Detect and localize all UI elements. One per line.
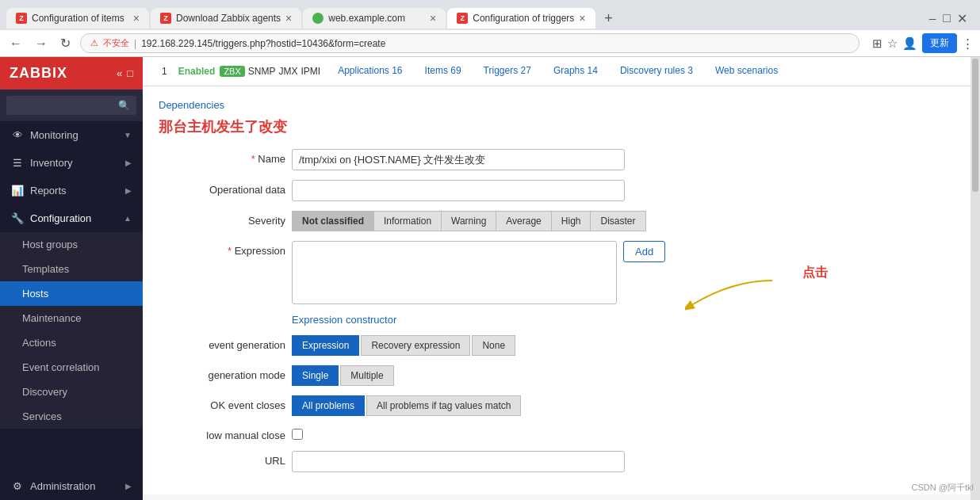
tab-triggers[interactable]: Triggers 27 (473, 57, 542, 86)
event-correlation-label: Event correlation (22, 361, 100, 373)
gen-mode-multiple[interactable]: Multiple (340, 365, 393, 386)
expression-constructor-row: Expression constructor (159, 314, 955, 326)
tab-web-scenarios[interactable]: Web scenarios (704, 57, 789, 86)
sidebar-item-inventory[interactable]: ☰ Inventory ▶ (0, 149, 143, 177)
tab-items[interactable]: Items 69 (414, 57, 473, 86)
maximize-icon[interactable]: □ (943, 11, 951, 25)
tab-graphs[interactable]: Graphs 14 (542, 57, 609, 86)
sidebar-item-hosts[interactable]: Hosts (0, 281, 143, 306)
allow-manual-close-row: low manual close (159, 426, 955, 441)
event-gen-expression[interactable]: Expression (292, 335, 359, 356)
monitoring-icon: 👁 (11, 129, 24, 141)
administration-label: Administration (30, 480, 119, 492)
operational-data-input[interactable] (292, 180, 625, 201)
back-button[interactable]: ← (6, 35, 25, 52)
allow-manual-close-checkbox[interactable] (292, 429, 303, 440)
vertical-scrollbar[interactable] (970, 57, 980, 500)
browser-tab-2[interactable]: Z Download Zabbix agents × (151, 8, 301, 29)
browser-tab-3[interactable]: web.example.com × (303, 8, 446, 29)
sidebar-item-monitoring[interactable]: 👁 Monitoring ▼ (0, 121, 143, 149)
url-input[interactable] (292, 451, 625, 472)
sidebar-item-reports[interactable]: 📊 Reports ▶ (0, 177, 143, 204)
sidebar-item-host-groups[interactable]: Host groups (0, 232, 143, 257)
sidebar-item-maintenance[interactable]: Maintenance (0, 306, 143, 330)
dependencies-link[interactable]: Dependencies (159, 99, 955, 117)
severity-not-classified[interactable]: Not classified (292, 211, 373, 231)
browser-tab-1[interactable]: Z Configuration of items × (6, 8, 149, 29)
sidebar-item-templates[interactable]: Templates (0, 257, 143, 281)
jmx-label: JMX (278, 66, 297, 77)
tab-close-4[interactable]: × (579, 13, 585, 24)
ipmi-label: IPMI (301, 66, 320, 77)
sidebar-item-event-correlation[interactable]: Event correlation (0, 355, 143, 380)
event-gen-none[interactable]: None (472, 335, 515, 356)
refresh-button[interactable]: ↻ (57, 34, 74, 52)
minimize-icon[interactable]: ‒ (928, 11, 936, 26)
event-gen-recovery[interactable]: Recovery expression (361, 335, 470, 356)
items-count: 69 (450, 65, 461, 76)
sidebar-item-actions[interactable]: Actions (0, 330, 143, 355)
event-generation-label: event generation (159, 335, 285, 351)
severity-average[interactable]: Average (496, 211, 550, 231)
menu-icon[interactable]: ⋮ (962, 36, 974, 51)
tab-close-1[interactable]: × (133, 13, 140, 24)
zbx-badge: ZBX (220, 66, 244, 77)
severity-warning[interactable]: Warning (441, 211, 496, 231)
severity-buttons: Not classified Information Warning Avera… (292, 211, 646, 231)
form-header: 那台主机发生了改变 (159, 117, 955, 136)
search-box[interactable]: 🔍 (6, 96, 136, 115)
address-input[interactable]: ⚠ 不安全 | 192.168.229.145/triggers.php?hos… (80, 33, 859, 53)
inventory-label: Inventory (30, 157, 119, 169)
sidebar-item-administration[interactable]: ⚙ Administration ▶ (0, 472, 143, 500)
expression-textarea[interactable] (292, 241, 617, 304)
sidebar-search: 🔍 (0, 90, 143, 121)
sidebar-item-discovery[interactable]: Discovery (0, 380, 143, 404)
tab-label-2: Download Zabbix agents (176, 13, 281, 24)
inventory-icon: ☰ (11, 157, 24, 169)
gen-mode-single[interactable]: Single (292, 365, 339, 386)
ok-event-tag-match[interactable]: All problems if tag values match (366, 395, 521, 416)
tab-close-2[interactable]: × (285, 13, 292, 24)
zabbix-tab-icon-2: Z (160, 13, 171, 24)
ok-event-row: OK event closes All problems All problem… (159, 395, 955, 416)
browser-tab-4[interactable]: Z Configuration of triggers × (447, 8, 595, 29)
bookmark-icon[interactable]: ☆ (887, 36, 898, 51)
new-tab-button[interactable]: + (597, 6, 621, 30)
reports-arrow-icon: ▶ (125, 186, 132, 195)
expand-icon[interactable]: □ (127, 67, 133, 79)
address-bar: ← → ↻ ⚠ 不安全 | 192.168.229.145/triggers.p… (0, 30, 980, 57)
configuration-submenu: Host groups Templates Hosts Maintenance … (0, 232, 143, 429)
tab-applications[interactable]: Applications 16 (327, 57, 413, 86)
inventory-arrow-icon: ▶ (125, 158, 132, 167)
tab-close-3[interactable]: × (430, 13, 436, 24)
templates-label: Templates (22, 263, 69, 275)
generation-mode-row: generation mode Single Multiple (159, 365, 955, 386)
discovery-rules-count: 3 (687, 65, 693, 76)
translate-icon[interactable]: ⊞ (872, 36, 882, 51)
collapse-icon[interactable]: « (117, 67, 122, 79)
expression-constructor-link[interactable]: Expression constructor (292, 314, 396, 326)
add-expression-button[interactable]: Add (623, 241, 665, 262)
update-button[interactable]: 更新 (922, 33, 957, 53)
name-input[interactable] (292, 149, 625, 170)
applications-label: Applications (338, 65, 389, 76)
host-enabled-badge: Enabled (174, 58, 220, 85)
close-window-icon[interactable]: ✕ (957, 11, 967, 26)
severity-information[interactable]: Information (373, 211, 441, 231)
ok-event-all-problems[interactable]: All problems (292, 395, 365, 416)
user-icon[interactable]: 👤 (902, 36, 917, 51)
zabbix-tab-icon-1: Z (16, 13, 27, 24)
severity-disaster[interactable]: Disaster (590, 211, 645, 231)
reports-icon: 📊 (11, 185, 24, 197)
forward-button[interactable]: → (32, 35, 51, 52)
sidebar-item-services[interactable]: Services (0, 404, 143, 429)
zabbix-tab-icon-4: Z (457, 13, 468, 24)
severity-high[interactable]: High (551, 211, 591, 231)
url-row: URL (159, 451, 955, 472)
monitoring-arrow-icon: ▼ (124, 131, 132, 139)
tab-label-4: Configuration of triggers (473, 13, 574, 24)
sidebar-item-configuration[interactable]: 🔧 Configuration ▲ (0, 204, 143, 232)
tab-discovery-rules[interactable]: Discovery rules 3 (609, 57, 704, 86)
items-label: Items (425, 65, 448, 76)
annotation-arrow (685, 273, 780, 320)
